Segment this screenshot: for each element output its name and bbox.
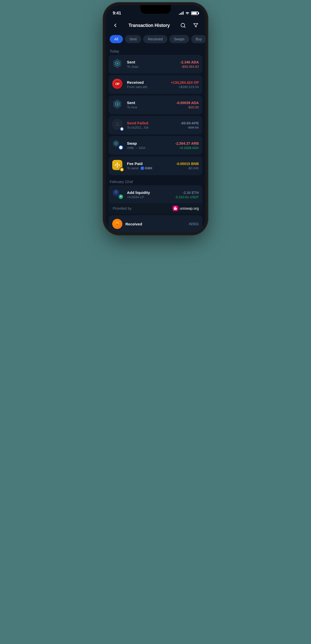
svg-point-35 bbox=[114, 142, 115, 143]
tx-amounts: -2,504.37 ARB +0.1028 ADA bbox=[175, 141, 199, 150]
tx-info: Fee Paid To send GMX bbox=[127, 161, 173, 170]
tx-amount-primary: -0.00039 ADA bbox=[176, 101, 199, 105]
transaction-list-today: Sent To Joao -2.346 ADA -$99,364.83 OP R… bbox=[106, 55, 205, 175]
tx-add-liquidity-group: ₮ Add liquidity +0.0034 LP -2.34 ETH -5,… bbox=[109, 185, 202, 214]
tx-icon-ada2 bbox=[112, 99, 124, 111]
gmx-icon-small bbox=[141, 167, 144, 170]
gmx-label: GMX bbox=[145, 166, 153, 170]
tx-received-op-sam[interactable]: OP Received From sam.eth +134,294.424 OP… bbox=[109, 75, 202, 94]
svg-marker-40 bbox=[118, 164, 120, 166]
tx-title: Fee Paid bbox=[127, 161, 173, 166]
tx-icon-op: OP bbox=[112, 79, 124, 90]
page-title: Transaction History bbox=[128, 23, 170, 28]
tab-swaps[interactable]: Swaps bbox=[169, 35, 189, 43]
svg-text:OP: OP bbox=[115, 82, 119, 86]
arb-badge-icon bbox=[118, 145, 124, 150]
tx-sent-ada-ana[interactable]: Sent To Ana -0.00039 ADA -$20.00 bbox=[109, 95, 202, 114]
svg-point-36 bbox=[117, 142, 118, 143]
svg-marker-42 bbox=[117, 164, 118, 166]
svg-rect-56 bbox=[115, 223, 116, 224]
battery-icon bbox=[191, 11, 198, 15]
svg-point-24 bbox=[116, 123, 117, 125]
svg-point-7 bbox=[115, 62, 116, 63]
tx-subtitle-prefix: To send bbox=[127, 166, 139, 170]
tx-amount-secondary: -$0.045 bbox=[176, 166, 199, 170]
bsc-badge-icon bbox=[120, 167, 124, 172]
svg-point-8 bbox=[119, 62, 120, 63]
section-today: Today bbox=[106, 47, 205, 55]
svg-point-54 bbox=[116, 223, 117, 223]
nft-icon bbox=[112, 219, 122, 229]
tx-amount-primary: -0.00015 BNB bbox=[176, 162, 199, 166]
tx-fee-bnb[interactable]: Fee Paid To send GMX -0.00015 BNB -$0.04… bbox=[109, 156, 202, 175]
tx-amounts: -2.346 ADA -$99,364.83 bbox=[180, 60, 199, 69]
svg-point-55 bbox=[118, 223, 118, 223]
tx-amounts: -0.00039 ADA -$20.00 bbox=[176, 101, 199, 109]
tx-amount-primary: -2.34 ETH bbox=[175, 191, 199, 195]
op-logo: OP bbox=[112, 79, 122, 89]
tx-sent-ada-joao[interactable]: Sent To Joao -2.346 ADA -$99,364.83 bbox=[109, 55, 202, 74]
tx-received-bottom[interactable]: Received #2311 bbox=[109, 215, 202, 233]
provided-by-link[interactable]: uniswap.org bbox=[173, 206, 199, 211]
header-actions bbox=[178, 21, 200, 30]
filter-button[interactable] bbox=[191, 21, 200, 30]
svg-marker-46 bbox=[122, 170, 122, 171]
svg-rect-27 bbox=[117, 126, 117, 126]
transaction-list-feb22: ₮ Add liquidity +0.0034 LP -2.34 ETH -5,… bbox=[106, 185, 205, 214]
status-time: 9:41 bbox=[113, 11, 121, 16]
search-button[interactable] bbox=[178, 21, 188, 30]
tx-title: Add liquidity bbox=[127, 190, 172, 195]
tx-info: Swap ARB → ADA bbox=[127, 141, 172, 150]
svg-point-34 bbox=[116, 145, 116, 145]
svg-rect-57 bbox=[119, 223, 119, 224]
tx-amounts: +134,294.424 OP +$390,519.54 bbox=[171, 80, 199, 89]
svg-point-50 bbox=[175, 208, 176, 208]
svg-point-18 bbox=[115, 103, 116, 104]
tab-received[interactable]: Received bbox=[143, 35, 167, 43]
provided-by-label: Provided by bbox=[113, 206, 132, 210]
svg-marker-39 bbox=[115, 164, 116, 166]
tab-sent[interactable]: Sent bbox=[125, 35, 141, 43]
tx-icon-ada bbox=[112, 58, 124, 70]
svg-marker-41 bbox=[117, 166, 118, 168]
tx-info: Add liquidity +0.0034 LP bbox=[127, 190, 172, 199]
svg-point-4 bbox=[117, 63, 118, 64]
provider-name: uniswap.org bbox=[180, 206, 199, 210]
tx-title: Sent bbox=[127, 101, 173, 105]
tx-icon-liq: ₮ bbox=[112, 189, 124, 201]
tx-swap-arb-ada[interactable]: Swap ARB → ADA -2,504.37 ARB +0.1028 ADA bbox=[109, 136, 202, 155]
signal-icon bbox=[179, 12, 184, 15]
svg-point-15 bbox=[117, 103, 118, 105]
wifi-icon bbox=[185, 11, 189, 15]
tx-title: Sent bbox=[127, 60, 177, 64]
tx-add-liquidity[interactable]: ₮ Add liquidity +0.0034 LP -2.34 ETH -5,… bbox=[109, 185, 202, 203]
tx-amounts: -0.00015 BNB -$0.045 bbox=[176, 162, 199, 170]
eth-badge-icon bbox=[120, 127, 124, 131]
svg-marker-29 bbox=[121, 127, 123, 131]
svg-point-49 bbox=[116, 191, 117, 193]
tx-info: Send Failed To 0x2f21...f34 bbox=[127, 121, 177, 129]
svg-point-25 bbox=[118, 123, 119, 125]
tx-send-failed-ape[interactable]: Send Failed To 0x2f21...f34 -69.69 APE -… bbox=[109, 116, 202, 135]
tx-info: Received From sam.eth bbox=[127, 80, 168, 89]
tx-subtitle: ARB → ADA bbox=[127, 146, 172, 150]
notch bbox=[140, 5, 171, 14]
tx-amount-secondary: +$390,519.54 bbox=[171, 85, 199, 89]
svg-point-9 bbox=[115, 64, 116, 65]
svg-marker-38 bbox=[117, 162, 118, 164]
tx-info: Sent To Joao bbox=[127, 60, 177, 69]
status-icons bbox=[179, 11, 198, 15]
tab-buy[interactable]: Buy bbox=[191, 35, 205, 43]
svg-point-20 bbox=[115, 105, 116, 106]
header: Transaction History bbox=[106, 18, 205, 34]
back-button[interactable] bbox=[111, 21, 120, 30]
tx-received-number: #2311 bbox=[189, 222, 199, 226]
tx-subtitle: +0.0034 LP bbox=[127, 195, 172, 199]
svg-point-32 bbox=[116, 143, 117, 144]
svg-point-17 bbox=[117, 106, 118, 107]
tx-amount-secondary: -$99,364.83 bbox=[180, 65, 199, 69]
svg-point-16 bbox=[117, 102, 118, 103]
tx-icon-ape bbox=[112, 119, 124, 131]
tab-all[interactable]: All bbox=[110, 35, 123, 43]
svg-point-19 bbox=[119, 103, 120, 104]
